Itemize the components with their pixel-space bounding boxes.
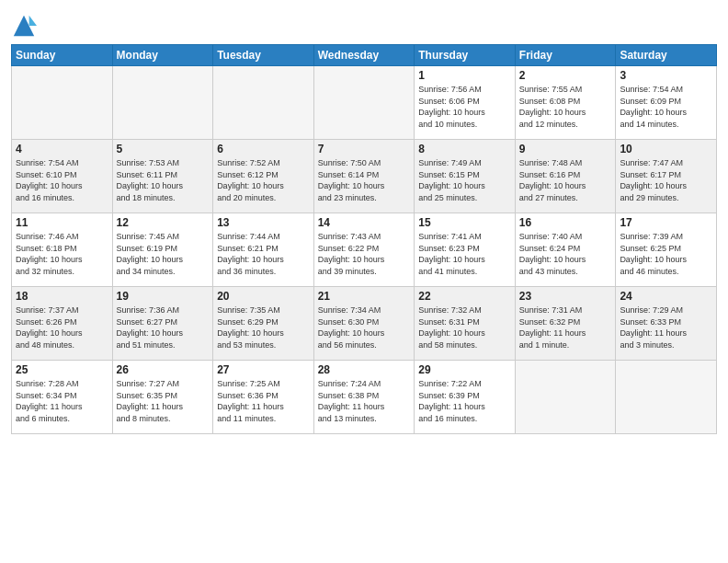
calendar-cell: 16Sunrise: 7:40 AMSunset: 6:24 PMDayligh… (515, 213, 616, 287)
day-info: Sunrise: 7:49 AMSunset: 6:15 PMDaylight:… (418, 157, 511, 203)
calendar-cell: 26Sunrise: 7:27 AMSunset: 6:35 PMDayligh… (112, 361, 213, 434)
day-info: Sunrise: 7:24 AMSunset: 6:38 PMDaylight:… (318, 378, 411, 424)
day-number: 8 (418, 143, 511, 155)
day-info: Sunrise: 7:22 AMSunset: 6:39 PMDaylight:… (418, 378, 511, 424)
calendar-cell: 4Sunrise: 7:54 AMSunset: 6:10 PMDaylight… (12, 140, 113, 213)
day-number: 3 (620, 69, 712, 82)
day-info: Sunrise: 7:56 AMSunset: 6:06 PMDaylight:… (418, 84, 511, 130)
calendar-cell: 13Sunrise: 7:44 AMSunset: 6:21 PMDayligh… (213, 213, 314, 287)
day-info: Sunrise: 7:46 AMSunset: 6:18 PMDaylight:… (16, 231, 108, 277)
calendar-header-thursday: Thursday (415, 45, 516, 66)
day-number: 12 (117, 216, 210, 229)
day-info: Sunrise: 7:40 AMSunset: 6:24 PMDaylight:… (519, 231, 612, 277)
day-number: 27 (217, 363, 310, 376)
day-number: 1 (418, 69, 511, 82)
day-number: 20 (217, 290, 310, 303)
day-number: 19 (117, 290, 210, 303)
calendar-cell: 5Sunrise: 7:53 AMSunset: 6:11 PMDaylight… (112, 140, 213, 213)
day-info: Sunrise: 7:54 AMSunset: 6:10 PMDaylight:… (16, 157, 108, 203)
day-info: Sunrise: 7:44 AMSunset: 6:21 PMDaylight:… (217, 231, 310, 277)
calendar-header-wednesday: Wednesday (313, 45, 415, 66)
logo (11, 13, 39, 39)
calendar-cell (616, 361, 717, 434)
day-info: Sunrise: 7:45 AMSunset: 6:19 PMDaylight:… (117, 231, 210, 277)
calendar-cell: 25Sunrise: 7:28 AMSunset: 6:34 PMDayligh… (12, 361, 113, 434)
calendar-cell (313, 66, 415, 140)
calendar-header-row: SundayMondayTuesdayWednesdayThursdayFrid… (12, 45, 717, 66)
day-number: 18 (16, 290, 108, 303)
calendar-cell: 14Sunrise: 7:43 AMSunset: 6:22 PMDayligh… (313, 213, 415, 287)
day-number: 29 (418, 363, 511, 376)
day-number: 23 (519, 290, 612, 303)
calendar-cell: 7Sunrise: 7:50 AMSunset: 6:14 PMDaylight… (313, 140, 415, 213)
day-info: Sunrise: 7:41 AMSunset: 6:23 PMDaylight:… (418, 231, 511, 277)
day-info: Sunrise: 7:36 AMSunset: 6:27 PMDaylight:… (117, 304, 210, 350)
calendar-cell: 12Sunrise: 7:45 AMSunset: 6:19 PMDayligh… (112, 213, 213, 287)
calendar-cell: 3Sunrise: 7:54 AMSunset: 6:09 PMDaylight… (616, 66, 717, 140)
day-info: Sunrise: 7:43 AMSunset: 6:22 PMDaylight:… (318, 231, 411, 277)
day-info: Sunrise: 7:50 AMSunset: 6:14 PMDaylight:… (318, 157, 411, 203)
calendar-cell: 27Sunrise: 7:25 AMSunset: 6:36 PMDayligh… (213, 361, 314, 434)
calendar-week-row: 11Sunrise: 7:46 AMSunset: 6:18 PMDayligh… (12, 213, 717, 287)
calendar-cell: 28Sunrise: 7:24 AMSunset: 6:38 PMDayligh… (313, 361, 415, 434)
day-number: 26 (117, 363, 210, 376)
calendar-cell: 21Sunrise: 7:34 AMSunset: 6:30 PMDayligh… (313, 287, 415, 361)
day-number: 28 (318, 363, 411, 376)
calendar-cell: 17Sunrise: 7:39 AMSunset: 6:25 PMDayligh… (616, 213, 717, 287)
day-info: Sunrise: 7:25 AMSunset: 6:36 PMDaylight:… (217, 378, 310, 424)
day-number: 24 (620, 290, 712, 303)
calendar-header-friday: Friday (515, 45, 616, 66)
svg-marker-1 (29, 16, 37, 26)
day-number: 25 (16, 363, 108, 376)
calendar-header-saturday: Saturday (616, 45, 717, 66)
calendar-week-row: 18Sunrise: 7:37 AMSunset: 6:26 PMDayligh… (12, 287, 717, 361)
day-number: 14 (318, 216, 411, 229)
calendar-cell: 2Sunrise: 7:55 AMSunset: 6:08 PMDaylight… (515, 66, 616, 140)
day-info: Sunrise: 7:34 AMSunset: 6:30 PMDaylight:… (318, 304, 411, 350)
calendar-cell (12, 66, 113, 140)
calendar-week-row: 25Sunrise: 7:28 AMSunset: 6:34 PMDayligh… (12, 361, 717, 434)
day-info: Sunrise: 7:47 AMSunset: 6:17 PMDaylight:… (620, 157, 712, 203)
calendar-cell: 19Sunrise: 7:36 AMSunset: 6:27 PMDayligh… (112, 287, 213, 361)
day-number: 10 (620, 143, 712, 155)
page: SundayMondayTuesdayWednesdayThursdayFrid… (0, 0, 728, 563)
calendar-cell: 8Sunrise: 7:49 AMSunset: 6:15 PMDaylight… (415, 140, 516, 213)
calendar-cell: 1Sunrise: 7:56 AMSunset: 6:06 PMDaylight… (415, 66, 516, 140)
day-number: 6 (217, 143, 310, 155)
calendar-header-monday: Monday (112, 45, 213, 66)
day-info: Sunrise: 7:48 AMSunset: 6:16 PMDaylight:… (519, 157, 612, 203)
calendar-cell: 20Sunrise: 7:35 AMSunset: 6:29 PMDayligh… (213, 287, 314, 361)
calendar-cell: 29Sunrise: 7:22 AMSunset: 6:39 PMDayligh… (415, 361, 516, 434)
day-info: Sunrise: 7:32 AMSunset: 6:31 PMDaylight:… (418, 304, 511, 350)
calendar-cell: 23Sunrise: 7:31 AMSunset: 6:32 PMDayligh… (515, 287, 616, 361)
day-info: Sunrise: 7:27 AMSunset: 6:35 PMDaylight:… (117, 378, 210, 424)
day-info: Sunrise: 7:28 AMSunset: 6:34 PMDaylight:… (16, 378, 108, 424)
day-number: 4 (16, 143, 108, 155)
day-info: Sunrise: 7:29 AMSunset: 6:33 PMDaylight:… (620, 304, 712, 350)
day-info: Sunrise: 7:55 AMSunset: 6:08 PMDaylight:… (519, 84, 612, 130)
day-number: 9 (519, 143, 612, 155)
calendar-cell (112, 66, 213, 140)
calendar-cell: 10Sunrise: 7:47 AMSunset: 6:17 PMDayligh… (616, 140, 717, 213)
day-info: Sunrise: 7:39 AMSunset: 6:25 PMDaylight:… (620, 231, 712, 277)
calendar-week-row: 1Sunrise: 7:56 AMSunset: 6:06 PMDaylight… (12, 66, 717, 140)
day-info: Sunrise: 7:31 AMSunset: 6:32 PMDaylight:… (519, 304, 612, 350)
header (11, 9, 717, 39)
calendar-cell: 24Sunrise: 7:29 AMSunset: 6:33 PMDayligh… (616, 287, 717, 361)
calendar-cell: 22Sunrise: 7:32 AMSunset: 6:31 PMDayligh… (415, 287, 516, 361)
calendar: SundayMondayTuesdayWednesdayThursdayFrid… (11, 44, 717, 434)
calendar-header-sunday: Sunday (12, 45, 113, 66)
calendar-cell: 15Sunrise: 7:41 AMSunset: 6:23 PMDayligh… (415, 213, 516, 287)
calendar-cell (213, 66, 314, 140)
day-number: 16 (519, 216, 612, 229)
day-number: 17 (620, 216, 712, 229)
day-number: 7 (318, 143, 411, 155)
day-info: Sunrise: 7:37 AMSunset: 6:26 PMDaylight:… (16, 304, 108, 350)
day-number: 11 (16, 216, 108, 229)
calendar-cell: 18Sunrise: 7:37 AMSunset: 6:26 PMDayligh… (12, 287, 113, 361)
calendar-cell: 6Sunrise: 7:52 AMSunset: 6:12 PMDaylight… (213, 140, 314, 213)
calendar-cell: 11Sunrise: 7:46 AMSunset: 6:18 PMDayligh… (12, 213, 113, 287)
logo-icon (11, 13, 37, 39)
day-number: 15 (418, 216, 511, 229)
day-number: 2 (519, 69, 612, 82)
